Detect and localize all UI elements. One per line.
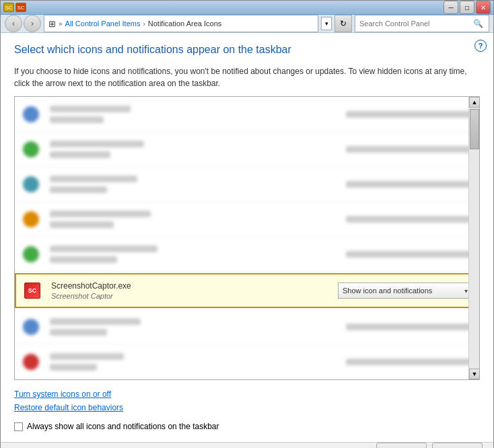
list-item (15, 167, 479, 202)
app-subtitle: Screenshot Captor (51, 292, 330, 300)
app-name-blurred (50, 106, 131, 112)
behavior-blurred (346, 181, 474, 188)
row-icon (20, 104, 42, 125)
ok-button[interactable]: OK (376, 443, 427, 448)
scroll-thumb[interactable] (470, 109, 479, 149)
breadcrumb-item-cpanel[interactable]: All Control Panel Items (65, 20, 141, 28)
row-text (50, 106, 338, 123)
app-name-blurred (50, 211, 151, 217)
icons-list-container: SC ScreenshotCaptor.exe Screenshot Capto… (14, 96, 480, 380)
page-title: Select which icons and notifications app… (14, 44, 480, 56)
back-button[interactable]: ‹ (5, 15, 22, 32)
list-item (15, 202, 479, 237)
row-text (50, 211, 338, 228)
app-icon (23, 106, 39, 122)
behavior-text-blurred (346, 251, 474, 258)
icons-list: SC ScreenshotCaptor.exe Screenshot Capto… (15, 97, 479, 379)
behavior-blurred (346, 251, 474, 258)
breadcrumb: ⊞ » All Control Panel Items › Notificati… (44, 15, 318, 32)
scroll-track (469, 108, 479, 369)
row-icon (20, 209, 42, 230)
description-text: If you choose to hide icons and notifica… (14, 65, 480, 89)
app-sub-blurred (50, 329, 107, 336)
title-icon-1: SC (3, 3, 14, 12)
app-sub-blurred (50, 116, 104, 123)
app-icon (23, 319, 39, 335)
nav-buttons: ‹ › (5, 15, 41, 32)
row-text (50, 246, 338, 263)
behavior-blurred (346, 359, 474, 365)
app-name-blurred (50, 318, 141, 325)
search-bar: 🔍 (355, 15, 489, 32)
title-bar-left: SC SC (3, 3, 26, 12)
scrollbar[interactable]: ▲ ▼ (468, 97, 479, 379)
breadcrumb-dropdown[interactable]: ▾ (321, 17, 332, 30)
cancel-button[interactable]: Cancel (432, 443, 483, 448)
help-icon[interactable]: ? (474, 40, 487, 52)
behavior-text-blurred (346, 324, 474, 330)
always-show-label: Always show all icons and notifications … (27, 422, 219, 431)
app-icon (23, 211, 39, 227)
app-name-blurred (50, 353, 124, 360)
list-item (15, 97, 479, 132)
maximize-button[interactable]: □ (460, 1, 474, 14)
title-controls: ─ □ ✕ (444, 1, 491, 14)
row-icon (20, 244, 42, 265)
breadcrumb-root-icon: ⊞ (48, 19, 56, 29)
behavior-blurred (346, 111, 474, 118)
behavior-text-blurred (346, 181, 474, 188)
dropdown-arrow-icon: ▾ (325, 20, 328, 27)
close-button[interactable]: ✕ (476, 1, 491, 14)
behavior-text-blurred (346, 359, 474, 365)
behavior-blurred (346, 216, 474, 223)
behavior-text-blurred (346, 216, 474, 223)
restore-defaults-link[interactable]: Restore default icon behaviors (14, 403, 480, 412)
highlighted-list-item: SC ScreenshotCaptor.exe Screenshot Capto… (15, 273, 479, 308)
row-text (50, 353, 338, 371)
row-icon (20, 174, 42, 195)
row-icon (20, 316, 42, 338)
app-name-blurred (50, 176, 137, 182)
address-bar: ‹ › ⊞ » All Control Panel Items › Notifi… (1, 15, 493, 33)
refresh-button[interactable]: ↻ (334, 15, 352, 32)
row-icon (20, 139, 42, 160)
links-area: Turn system icons on or off Restore defa… (14, 389, 480, 412)
breadcrumb-separator-2: › (143, 20, 145, 28)
behavior-dropdown-text: Show icon and notifications (343, 287, 462, 295)
sc-app-icon: SC (24, 283, 40, 299)
behavior-blurred (346, 324, 474, 330)
behavior-dropdown[interactable]: Show icon and notifications ▾ (338, 283, 472, 299)
behavior-blurred (346, 146, 474, 153)
behavior-text-blurred (346, 146, 474, 153)
row-text (50, 176, 338, 193)
breadcrumb-item-current: Notification Area Icons (148, 20, 221, 28)
app-name-blurred (50, 246, 157, 252)
minimize-button[interactable]: ─ (444, 1, 458, 14)
breadcrumb-separator-1: » (59, 20, 63, 28)
behavior-text-blurred (346, 111, 474, 118)
app-sub-blurred (50, 186, 107, 193)
app-sub-blurred (50, 364, 97, 371)
system-icons-link[interactable]: Turn system icons on or off (14, 389, 480, 399)
screenshot-captor-text: ScreenshotCaptor.exe Screenshot Captor (51, 281, 330, 300)
title-icon-2: SC (15, 3, 26, 12)
app-icon (23, 246, 39, 262)
app-sub-blurred (50, 151, 110, 158)
forward-button[interactable]: › (24, 15, 41, 32)
always-show-checkbox[interactable] (14, 422, 23, 431)
search-input[interactable] (359, 20, 471, 28)
app-icon (23, 141, 39, 157)
list-item (15, 237, 479, 272)
screenshot-captor-icon: SC (22, 280, 43, 301)
window: SC SC ─ □ ✕ ‹ › ⊞ » All Control Panel It… (0, 0, 494, 448)
row-text (50, 141, 338, 158)
bottom-bar: OK Cancel (1, 442, 493, 448)
dropdown-chevron-icon: ▾ (464, 287, 468, 295)
search-button[interactable]: 🔍 (471, 17, 485, 30)
scroll-down-button[interactable]: ▼ (469, 369, 480, 379)
content-area: ? Select which icons and notifications a… (1, 33, 493, 442)
row-text (50, 318, 338, 336)
app-icon (23, 176, 39, 192)
scroll-up-button[interactable]: ▲ (469, 97, 480, 108)
app-name: ScreenshotCaptor.exe (51, 281, 330, 291)
